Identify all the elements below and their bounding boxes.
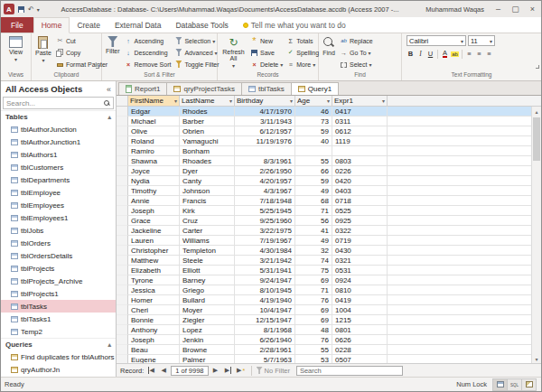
save-record-button[interactable]: Save xyxy=(249,47,284,58)
nav-pane-header[interactable]: All Access Objects « xyxy=(1,81,116,97)
cell[interactable]: Elizabeth xyxy=(128,266,180,275)
sidebar-item-tblemployees[interactable]: tblEmployees xyxy=(1,199,116,211)
descending-button[interactable]: Descending xyxy=(124,47,173,58)
cell[interactable]: Kirk xyxy=(180,206,235,216)
sidebar-item-qryauthorjn[interactable]: qryAuthorJn xyxy=(1,363,116,376)
cell[interactable]: 7/18/1948 xyxy=(235,196,295,206)
cell[interactable]: Eugene xyxy=(128,355,180,363)
row-selector[interactable] xyxy=(117,216,128,226)
cell[interactable]: 0226 xyxy=(332,166,388,176)
clipboard-dialog-launcher-icon[interactable] xyxy=(96,65,99,69)
cell[interactable]: 3/11/1943 xyxy=(235,117,295,126)
tab-home[interactable]: Home xyxy=(33,17,70,33)
cell[interactable]: Annie xyxy=(128,196,180,206)
sidebar-item-tblauthors1[interactable]: tblAuthors1 xyxy=(1,148,116,161)
row-selector[interactable] xyxy=(117,176,128,186)
bold-button[interactable]: B xyxy=(406,49,415,59)
cell[interactable]: Roland xyxy=(128,136,180,146)
cell[interactable]: 0419 xyxy=(332,295,388,305)
cell[interactable]: 4/17/1970 xyxy=(235,107,295,117)
row-selector[interactable] xyxy=(117,206,128,216)
row-selector[interactable] xyxy=(117,335,128,345)
cell[interactable]: 0924 xyxy=(332,275,388,285)
column-header-expr1[interactable]: Expr1 xyxy=(332,96,388,107)
cell[interactable] xyxy=(332,146,388,156)
row-selector[interactable] xyxy=(117,315,128,325)
row-selector[interactable] xyxy=(117,345,128,355)
sidebar-item-tblprojects[interactable]: tblProjects xyxy=(1,262,116,275)
delete-button[interactable]: Delete xyxy=(249,59,284,70)
row-selector[interactable] xyxy=(117,236,128,246)
sidebar-item-temp2[interactable]: Temp2 xyxy=(1,325,116,338)
cell[interactable]: 71 xyxy=(295,206,332,216)
chevron-up-icon[interactable]: ▴ xyxy=(107,341,111,349)
cell[interactable]: Olive xyxy=(128,126,180,136)
undo-icon[interactable]: ↶ xyxy=(28,5,34,14)
sidebar-item-tblorders[interactable]: tblOrders xyxy=(1,237,116,249)
row-selector[interactable] xyxy=(117,186,128,196)
filter-dropdown-icon[interactable] xyxy=(327,97,330,105)
doc-tab-qryprojecttasks[interactable]: qryProjectTasks xyxy=(166,82,241,95)
cell[interactable]: 74 xyxy=(295,256,332,266)
column-header-birthday[interactable]: Birthday xyxy=(235,96,295,107)
cell[interactable]: Jackeline xyxy=(128,226,180,236)
row-selector[interactable] xyxy=(117,107,128,117)
cell[interactable]: 1119 xyxy=(332,136,388,146)
cell[interactable]: Griego xyxy=(180,285,235,295)
italic-button[interactable]: I xyxy=(416,49,425,59)
sidebar-item-tblcustomers[interactable]: tblCustomers xyxy=(1,161,116,173)
cell[interactable]: 76 xyxy=(295,335,332,345)
cell[interactable]: 0810 xyxy=(332,285,388,295)
selection-button[interactable]: Selection xyxy=(173,35,220,46)
cell[interactable]: 6/26/1940 xyxy=(235,335,295,345)
cell[interactable]: 0531 xyxy=(332,266,388,275)
row-selector[interactable] xyxy=(117,117,128,126)
filter-button[interactable]: Filter xyxy=(104,35,122,55)
sidebar-item-tbljobs[interactable]: tblJobs xyxy=(1,224,116,237)
cell[interactable]: 9/25/1960 xyxy=(235,216,295,226)
cell[interactable]: 2/26/1950 xyxy=(235,166,295,176)
align-right-button[interactable] xyxy=(485,49,493,59)
paste-button[interactable]: Paste xyxy=(33,35,53,64)
cell[interactable]: Timothy xyxy=(128,186,180,196)
cell[interactable]: 7/19/1967 xyxy=(235,236,295,246)
cell[interactable]: 12/15/1947 xyxy=(235,315,295,325)
row-selector[interactable] xyxy=(117,226,128,236)
row-selector[interactable] xyxy=(117,146,128,156)
cell[interactable]: 10/4/1947 xyxy=(235,305,295,315)
tab-external-data[interactable]: External Data xyxy=(107,17,169,33)
row-selector[interactable] xyxy=(117,246,128,256)
cell[interactable]: Jenkin xyxy=(180,335,235,345)
cell[interactable]: 0311 xyxy=(332,117,388,126)
cell[interactable]: Carter xyxy=(180,226,235,236)
cell[interactable]: 73 xyxy=(295,117,332,126)
cell[interactable]: Bonham xyxy=(180,146,235,156)
filter-dropdown-icon[interactable] xyxy=(290,97,293,105)
first-record-button[interactable]: ◀ xyxy=(145,366,156,376)
cell[interactable]: Joyce xyxy=(128,166,180,176)
cell[interactable]: Rhodes xyxy=(180,107,235,117)
new-record-button[interactable]: New xyxy=(249,35,284,46)
cell[interactable]: 8/3/1961 xyxy=(235,156,295,166)
cell[interactable]: Barber xyxy=(180,117,235,126)
cell[interactable]: 0322 xyxy=(332,226,388,236)
advanced-button[interactable]: Advanced xyxy=(173,47,220,58)
row-selector[interactable] xyxy=(117,196,128,206)
cell[interactable]: 0718 xyxy=(332,196,388,206)
cell[interactable]: 53 xyxy=(295,355,332,363)
signed-in-user[interactable]: Muhammad Waqas xyxy=(425,5,484,14)
cell[interactable]: Shawna xyxy=(128,156,180,166)
text-formatting-dialog-launcher-icon[interactable] xyxy=(536,65,539,69)
cell[interactable]: 3/21/1942 xyxy=(235,256,295,266)
cell[interactable]: 0612 xyxy=(332,126,388,136)
align-left-button[interactable] xyxy=(465,49,473,59)
row-selector[interactable] xyxy=(117,305,128,315)
row-selector[interactable] xyxy=(117,295,128,305)
row-selector[interactable] xyxy=(117,136,128,146)
cell[interactable]: 40 xyxy=(295,136,332,146)
cell[interactable]: Joseph xyxy=(128,335,180,345)
cell[interactable]: 0430 xyxy=(332,246,388,256)
cell[interactable]: Browne xyxy=(180,345,235,355)
cell[interactable]: Palmer xyxy=(180,355,235,363)
cell[interactable]: 11/19/1976 xyxy=(235,136,295,146)
